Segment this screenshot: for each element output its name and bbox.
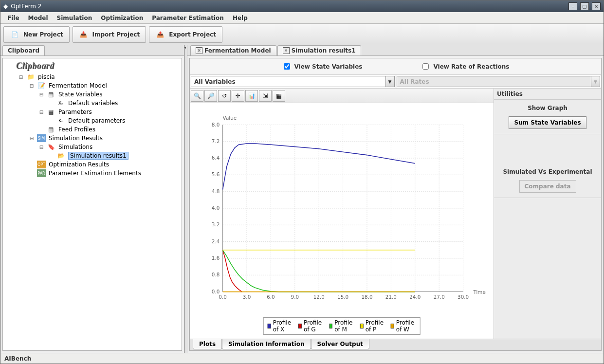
svg-text:9.0: 9.0 <box>291 294 299 300</box>
plot-toolbar: 🔍 🔎 ↺ ✛ 📊 ⇲ ▦ <box>190 89 494 103</box>
export-chart-button[interactable]: ⇲ <box>259 90 272 102</box>
menu-file[interactable]: File <box>3 13 23 23</box>
tree-node-default-variables[interactable]: Xₙ Default variables <box>4 99 180 108</box>
svg-text:6.4: 6.4 <box>212 155 220 161</box>
tab-clipboard[interactable]: Clipboard <box>2 45 45 55</box>
chart-options-button[interactable]: 📊 <box>245 90 258 102</box>
expand-icon[interactable]: ⊟ <box>18 74 23 80</box>
export-project-label: Export Project <box>169 31 216 38</box>
tab-simulation-information[interactable]: Simulation Information <box>222 339 311 349</box>
folder-icon: 📁 <box>26 73 35 81</box>
svg-text:15.0: 15.0 <box>337 294 348 300</box>
menu-model[interactable]: Model <box>24 13 52 23</box>
combo-all-variables[interactable]: All Variables ▼ <box>191 76 395 87</box>
svg-text:6.0: 6.0 <box>267 294 275 300</box>
expand-icon[interactable]: ⊟ <box>39 109 44 115</box>
plot-column: 🔍 🔎 ↺ ✛ 📊 ⇲ ▦ 0.03.06.09.012.015.018.021… <box>190 89 494 339</box>
main-toolbar: 📄 New Project 📥 Import Project 📤 Export … <box>0 24 604 45</box>
grid-button[interactable]: ▦ <box>273 90 285 102</box>
svg-text:7.2: 7.2 <box>212 138 220 144</box>
svg-text:3.2: 3.2 <box>212 221 220 227</box>
bottom-tab-bar: Plots Simulation Information Solver Outp… <box>190 339 601 350</box>
checkbox-view-rate-of-reactions[interactable]: View Rate of Reactions <box>421 62 509 71</box>
model-icon: 📝 <box>37 82 46 90</box>
svg-text:Value: Value <box>223 115 237 121</box>
tree-node-simulation-results[interactable]: ⊟ SIM Simulation Results <box>4 134 180 143</box>
crosshair-button[interactable]: ✛ <box>232 90 244 102</box>
expand-icon[interactable]: ⊟ <box>29 83 34 89</box>
par-icon: PAR <box>37 169 46 177</box>
tree-node-piscia[interactable]: ⊟ 📁 piscia <box>4 73 180 81</box>
import-project-button[interactable]: 📥 Import Project <box>73 26 146 43</box>
close-icon[interactable]: ✕ <box>196 47 202 54</box>
menu-optimization[interactable]: Optimization <box>97 13 147 23</box>
menu-simulation[interactable]: Simulation <box>53 13 96 23</box>
mid-row: 🔍 🔎 ↺ ✛ 📊 ⇲ ▦ 0.03.06.09.012.015.018.021… <box>190 89 601 339</box>
reset-zoom-button[interactable]: ↺ <box>218 90 231 102</box>
utilities-group-graph: Show Graph Sum State Variables <box>494 100 601 134</box>
chart-area[interactable]: 0.03.06.09.012.015.018.021.024.027.030.0… <box>190 103 494 339</box>
expand-icon[interactable]: ⊟ <box>39 145 44 150</box>
chevron-down-icon[interactable]: ▼ <box>385 76 394 87</box>
main-body: Clipboard Clipboard ⊟ 📁 piscia ⊟ 📝 Ferme… <box>0 45 604 353</box>
grid-icon: ▦ <box>276 92 281 99</box>
menu-bar: File Model Simulation Optimization Param… <box>0 12 604 24</box>
splitter[interactable] <box>184 45 187 353</box>
svg-text:27.0: 27.0 <box>434 294 445 300</box>
tab-solver-output[interactable]: Solver Output <box>311 339 369 349</box>
tree-node-parameters[interactable]: ⊟ ▤ Parameters <box>4 108 180 116</box>
list-icon: ▤ <box>47 91 55 98</box>
expand-icon[interactable]: ⊟ <box>39 92 44 97</box>
export-project-icon: 📤 <box>155 30 165 39</box>
app-window: ◆ OptFerm 2 – ▢ ✕ File Model Simulation … <box>0 0 604 364</box>
tree-node-state-variables[interactable]: ⊟ ▤ State Variables <box>4 90 180 99</box>
combo-all-rates: All Rates ▼ <box>397 76 601 87</box>
svg-text:Time: Time <box>473 289 485 295</box>
tree-node-simulation-results1[interactable]: 📂 Simulation results1 <box>4 151 180 160</box>
new-project-button[interactable]: 📄 New Project <box>3 26 70 43</box>
checkbox-input[interactable] <box>422 63 429 70</box>
tree-node-simulations[interactable]: ⊟ 🔖 Simulations <box>4 143 180 151</box>
expand-icon[interactable]: ⊟ <box>29 136 34 141</box>
tree-node-feed-profiles[interactable]: ▤ Feed Profiles <box>4 125 180 134</box>
close-button[interactable]: ✕ <box>592 2 601 10</box>
tree-node-default-parameters[interactable]: Kₙ Default parameters <box>4 116 180 125</box>
sum-state-variables-button[interactable]: Sum State Variables <box>509 116 586 129</box>
maximize-button[interactable]: ▢ <box>580 2 589 10</box>
menu-help[interactable]: Help <box>229 13 252 23</box>
zoom-out-button[interactable]: 🔎 <box>204 90 217 102</box>
minimize-button[interactable]: – <box>568 2 577 10</box>
checkbox-input[interactable] <box>284 63 290 70</box>
menu-parameter-estimation[interactable]: Parameter Estimation <box>148 13 228 23</box>
tree-node-parameter-estimation-elements[interactable]: PAR Parameter Estimation Elements <box>4 169 180 178</box>
folder-open-icon: 📂 <box>56 152 65 160</box>
utilities-title: Utilities <box>494 89 601 100</box>
close-icon[interactable]: ✕ <box>283 47 290 54</box>
svg-text:12.0: 12.0 <box>313 294 325 300</box>
window-title: OptFerm 2 <box>11 3 41 10</box>
svg-text:4.8: 4.8 <box>212 188 220 194</box>
tree-node-optimization-results[interactable]: OPT Optimization Results <box>4 160 180 169</box>
zoom-out-icon: 🔎 <box>207 92 215 99</box>
import-project-icon: 📥 <box>79 30 89 39</box>
view-options-row: View State Variables View Rate of Reacti… <box>190 58 601 75</box>
svg-text:18.0: 18.0 <box>361 294 372 300</box>
svg-text:5.6: 5.6 <box>212 171 220 177</box>
list-icon: ▤ <box>47 126 55 133</box>
zoom-in-button[interactable]: 🔍 <box>191 90 203 102</box>
tab-plots[interactable]: Plots <box>193 339 222 349</box>
tree-panel: Clipboard ⊟ 📁 piscia ⊟ 📝 Fermentation Mo… <box>2 58 182 351</box>
utilities-panel: Utilities Show Graph Sum State Variables… <box>494 89 601 339</box>
checkbox-view-state-variables[interactable]: View State Variables <box>282 62 363 71</box>
tab-fermentation-model[interactable]: ✕ Fermentation Model <box>190 45 276 55</box>
tab-simulation-results1[interactable]: ✕ Simulation results1 <box>277 45 361 55</box>
show-graph-label: Show Graph <box>528 105 567 111</box>
refresh-icon: ↺ <box>222 92 227 99</box>
svg-text:30.0: 30.0 <box>458 294 469 300</box>
svg-text:1.6: 1.6 <box>212 255 220 261</box>
tree-node-fermentation-model[interactable]: ⊟ 📝 Fermentation Model <box>4 81 180 90</box>
status-text: AIBench <box>4 355 31 362</box>
sim-icon: SIM <box>37 134 46 142</box>
export-project-button[interactable]: 📤 Export Project <box>149 26 222 43</box>
editor-body: View State Variables View Rate of Reacti… <box>189 58 602 351</box>
